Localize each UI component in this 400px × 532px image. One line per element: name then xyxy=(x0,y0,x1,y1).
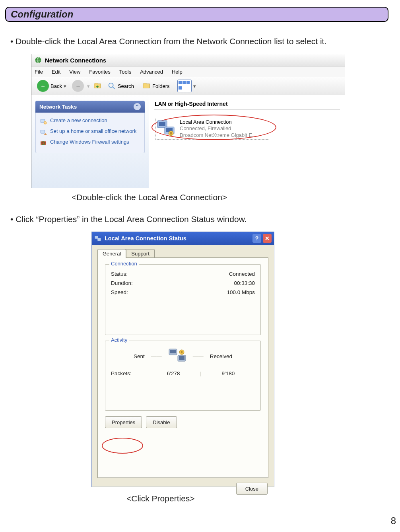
tab-strip: General Support xyxy=(92,245,274,257)
collapse-icon: ⌃ xyxy=(134,103,141,110)
tasks-pane-header[interactable]: Network Tasks ⌃ xyxy=(35,101,145,113)
caption-1: <Double-click the Local Area Connection> xyxy=(72,193,227,202)
svg-rect-16 xyxy=(170,350,176,353)
search-label: Search xyxy=(118,83,134,89)
forward-button[interactable]: → xyxy=(72,80,84,92)
tab-panel: Connection Status:Connected Duration:00:… xyxy=(97,257,268,478)
window-title: Network Connections xyxy=(45,57,106,64)
svg-rect-18 xyxy=(179,356,184,360)
activity-group: Activity Sent —— —— Received Packets: 6'… xyxy=(105,341,261,411)
tasks-pane-title: Network Tasks xyxy=(39,104,77,110)
status-value: Connected xyxy=(229,271,255,277)
chevron-down-icon: ▾ xyxy=(193,83,196,89)
svg-point-1 xyxy=(109,83,113,88)
connection-icon xyxy=(94,235,101,242)
svg-rect-8 xyxy=(159,122,165,126)
dialog-title: Local Area Connection Status xyxy=(105,235,186,242)
help-button[interactable]: ? xyxy=(252,234,261,243)
task-firewall[interactable]: Change Windows Firewall settings xyxy=(40,137,140,148)
menu-help[interactable]: Help xyxy=(172,69,183,75)
disable-button[interactable]: Disable xyxy=(146,416,177,428)
chevron-down-icon: ▾ xyxy=(64,83,66,89)
page-number: 8 xyxy=(391,515,396,526)
menu-file[interactable]: File xyxy=(35,69,43,75)
received-label: Received xyxy=(210,353,232,359)
connections-list: LAN or High-Speed Internet Local Area Co… xyxy=(149,95,345,188)
svg-rect-20 xyxy=(181,351,183,353)
screenshot-connection-status: Local Area Connection Status ? ✕ General… xyxy=(91,232,274,487)
instruction-bullet-1: • Double-click the Local Area Connection… xyxy=(10,37,326,46)
packets-sent: 6'278 xyxy=(147,370,200,376)
group-label-activity: Activity xyxy=(109,337,129,343)
toolbar: ← Back ▾ → ▾ Search Folders ▾ xyxy=(31,77,345,95)
task-create-connection[interactable]: Create a new connection xyxy=(40,116,140,127)
svg-rect-12 xyxy=(170,132,172,134)
tab-general[interactable]: General xyxy=(97,249,126,258)
folders-icon xyxy=(142,82,151,90)
back-button[interactable]: ← Back ▾ xyxy=(35,80,69,92)
back-icon: ← xyxy=(37,80,49,92)
packets-label: Packets: xyxy=(111,370,147,376)
status-label: Status: xyxy=(111,271,128,277)
back-label: Back xyxy=(50,83,62,89)
folders-button[interactable]: Folders xyxy=(140,80,172,92)
menu-advanced[interactable]: Advanced xyxy=(140,69,163,75)
highlight-ellipse xyxy=(102,438,143,454)
new-connection-icon xyxy=(40,118,47,125)
close-dialog-button[interactable]: Close xyxy=(236,483,268,495)
home-network-icon xyxy=(40,129,47,136)
close-button[interactable]: ✕ xyxy=(263,234,272,243)
search-icon xyxy=(107,82,116,90)
task-setup-network[interactable]: Set up a home or small office network xyxy=(40,127,140,137)
menu-edit[interactable]: Edit xyxy=(52,69,60,75)
properties-button[interactable]: Properties xyxy=(105,416,142,428)
search-button[interactable]: Search xyxy=(105,80,136,92)
connection-group: Connection Status:Connected Duration:00:… xyxy=(105,264,261,335)
views-button[interactable]: ▾ xyxy=(175,80,198,92)
connections-group-header: LAN or High-Speed Internet xyxy=(154,99,340,110)
up-folder-icon[interactable] xyxy=(93,82,102,90)
screenshot-network-connections: Network Connections File Edit View Favor… xyxy=(31,54,345,188)
document-page: Configuration • Double-click the Local A… xyxy=(0,0,400,532)
folders-label: Folders xyxy=(152,83,169,89)
sent-label: Sent xyxy=(134,353,145,359)
chevron-down-icon: ▾ xyxy=(87,83,90,89)
window-titlebar: Network Connections xyxy=(31,54,345,66)
globe-icon xyxy=(35,57,42,64)
speed-value: 100.0 Mbps xyxy=(227,289,255,295)
instruction-bullet-2: • Click “Properties” in the Local Area C… xyxy=(10,214,247,224)
svg-rect-14 xyxy=(97,238,101,241)
packets-received: 9'180 xyxy=(202,370,255,376)
tab-support[interactable]: Support xyxy=(126,249,155,258)
menu-view[interactable]: View xyxy=(69,69,80,75)
views-icon xyxy=(177,80,192,92)
dialog-titlebar: Local Area Connection Status ? ✕ xyxy=(92,232,274,245)
duration-label: Duration: xyxy=(111,280,133,286)
speed-label: Speed: xyxy=(111,289,128,295)
caption-2: <Click Properties> xyxy=(126,494,195,503)
duration-value: 00:33:30 xyxy=(234,280,255,286)
group-label-connection: Connection xyxy=(109,261,139,267)
menu-tools[interactable]: Tools xyxy=(119,69,131,75)
section-header: Configuration xyxy=(5,7,388,22)
firewall-icon xyxy=(40,139,47,146)
activity-icon xyxy=(168,348,186,364)
svg-rect-4 xyxy=(41,130,45,133)
menu-favorites[interactable]: Favorites xyxy=(89,69,110,75)
tasks-pane: Network Tasks ⌃ Create a new connection … xyxy=(31,95,149,188)
lan-icon xyxy=(157,119,177,136)
menu-bar: File Edit View Favorites Tools Advanced … xyxy=(31,66,345,77)
